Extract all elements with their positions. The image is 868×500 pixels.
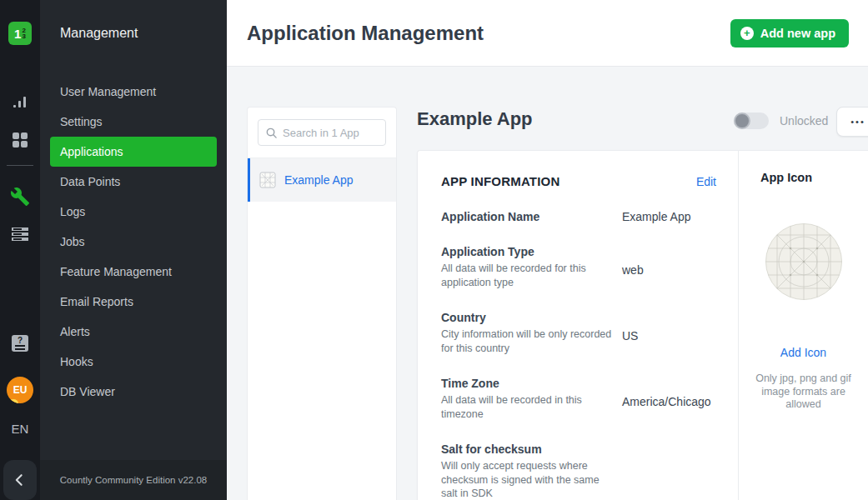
rail-divider bbox=[7, 165, 33, 166]
field-value: Example App bbox=[622, 210, 716, 223]
version-label: Countly Community Edition v22.08 bbox=[40, 460, 227, 500]
field-value bbox=[622, 442, 716, 500]
field-description: Will only accept requests where checksum… bbox=[441, 459, 612, 500]
field-label: Salt for checksum bbox=[441, 442, 622, 456]
field-time-zone: Time Zone All data will be recorded in t… bbox=[441, 377, 716, 421]
app-icon-heading: App Icon bbox=[739, 171, 868, 184]
add-new-app-label: Add new app bbox=[760, 27, 835, 40]
field-value: America/Chicago bbox=[622, 377, 716, 421]
collapse-sidebar-button[interactable] bbox=[3, 460, 37, 500]
sidebar-item-user-management[interactable]: User Management bbox=[50, 77, 217, 107]
sidebar-item-db-viewer[interactable]: DB Viewer bbox=[50, 377, 217, 407]
field-application-type: Application Type All data will be record… bbox=[441, 245, 716, 289]
svg-text:?: ? bbox=[18, 336, 23, 345]
field-value: US bbox=[622, 311, 716, 355]
countly-app: 1 2 3 ? bbox=[0, 0, 868, 500]
app-information-section: APP INFORMATION Edit Application Name Ex… bbox=[418, 151, 738, 500]
add-new-app-button[interactable]: + Add new app bbox=[730, 19, 849, 48]
sidebar-item-alerts[interactable]: Alerts bbox=[50, 317, 217, 347]
management-sidebar: Management User Management Settings Appl… bbox=[40, 0, 227, 500]
lock-toggle-group: Unlocked bbox=[734, 112, 828, 129]
content-area: Example App Example App Unlocked ••• APP… bbox=[227, 67, 868, 500]
app-list-item-label: Example App bbox=[284, 173, 354, 187]
app-icon-placeholder bbox=[765, 222, 843, 301]
data-manager-icon[interactable] bbox=[10, 224, 30, 244]
search-icon bbox=[265, 127, 278, 139]
logo-digit: 3 bbox=[22, 33, 25, 39]
sidebar-item-feature-management[interactable]: Feature Management bbox=[50, 257, 217, 287]
lock-toggle-label: Unlocked bbox=[780, 114, 828, 128]
lock-toggle[interactable] bbox=[734, 112, 769, 129]
icon-rail: 1 2 3 ? bbox=[0, 0, 40, 500]
field-description: All data will be recorded for this appli… bbox=[441, 262, 612, 289]
analytics-icon[interactable] bbox=[10, 93, 30, 113]
app-detail-title: Example App bbox=[417, 108, 533, 130]
lock-toggle-knob bbox=[734, 112, 750, 129]
sidebar-item-hooks[interactable]: Hooks bbox=[50, 347, 217, 377]
avatar-initials: EU bbox=[13, 384, 28, 396]
sidebar-nav: User Management Settings Applications Da… bbox=[50, 77, 217, 407]
management-wrench-icon[interactable] bbox=[10, 187, 30, 207]
page-header: Application Management + Add new app bbox=[227, 0, 868, 67]
app-search-input[interactable] bbox=[283, 127, 381, 139]
app-search-section bbox=[248, 108, 396, 158]
app-information-heading: APP INFORMATION bbox=[441, 174, 559, 188]
plus-icon: + bbox=[740, 27, 754, 40]
app-list-item-example-app[interactable]: Example App bbox=[248, 158, 396, 202]
sidebar-item-logs[interactable]: Logs bbox=[50, 197, 217, 227]
help-icon[interactable]: ? bbox=[10, 333, 30, 353]
field-application-name: Application Name Example App bbox=[441, 210, 716, 223]
app-list-panel: Example App bbox=[247, 107, 397, 500]
user-avatar[interactable]: EU bbox=[7, 377, 33, 403]
app-information-card: APP INFORMATION Edit Application Name Ex… bbox=[417, 150, 868, 500]
field-label: Country bbox=[441, 311, 622, 324]
field-description: City information will be only recorded f… bbox=[441, 328, 612, 355]
page-title: Application Management bbox=[247, 22, 484, 45]
sidebar-item-email-reports[interactable]: Email Reports bbox=[50, 287, 217, 317]
sidebar-title: Management bbox=[60, 26, 138, 41]
add-icon-link[interactable]: Add Icon bbox=[739, 346, 868, 359]
logo-digit: 1 bbox=[14, 27, 21, 41]
dashboards-icon[interactable] bbox=[10, 130, 30, 150]
field-label: Application Type bbox=[441, 245, 622, 258]
app-icon-panel: App Icon bbox=[738, 151, 868, 500]
field-value: web bbox=[622, 245, 716, 289]
countly-logo[interactable]: 1 2 3 bbox=[8, 22, 32, 45]
field-description: All data will be recorded in this timezo… bbox=[441, 393, 612, 421]
field-label: Time Zone bbox=[441, 377, 622, 390]
chevron-left-icon bbox=[12, 472, 28, 488]
field-salt-for-checksum: Salt for checksum Will only accept reque… bbox=[441, 442, 716, 500]
field-country: Country City information will be only re… bbox=[441, 311, 716, 355]
field-label: Application Name bbox=[441, 210, 622, 223]
app-search-box bbox=[258, 119, 386, 146]
app-options-menu-button[interactable]: ••• bbox=[836, 107, 868, 137]
sidebar-item-settings[interactable]: Settings bbox=[50, 107, 217, 137]
app-placeholder-icon bbox=[259, 172, 276, 188]
sidebar-item-applications[interactable]: Applications bbox=[50, 137, 217, 167]
icon-format-caption: Only jpg, png and gif image formats are … bbox=[751, 372, 856, 412]
language-switcher[interactable]: EN bbox=[0, 422, 40, 436]
sidebar-item-data-points[interactable]: Data Points bbox=[50, 167, 217, 197]
edit-link[interactable]: Edit bbox=[696, 175, 716, 188]
sidebar-item-jobs[interactable]: Jobs bbox=[50, 227, 217, 257]
